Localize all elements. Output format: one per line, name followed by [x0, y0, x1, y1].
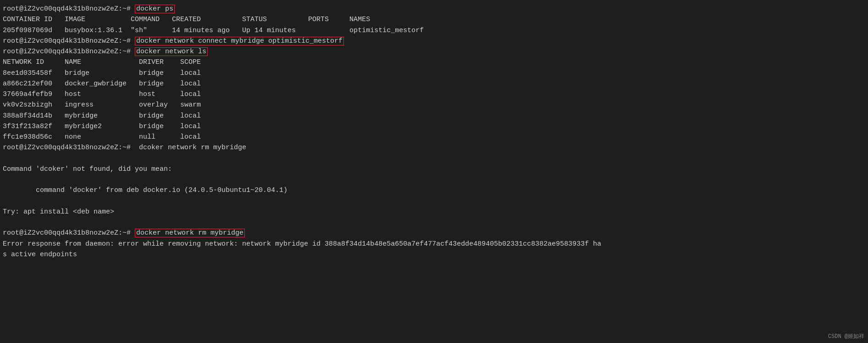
terminal-line: a866c212ef00 docker_gwbridge bridge loca… [2, 79, 866, 89]
highlighted-command: docker network ls [135, 47, 208, 56]
terminal-line: CONTAINER ID IMAGE COMMAND CREATED STATU… [2, 14, 866, 25]
terminal-line: root@iZ2vc00qqd4k31b8nozw2eZ:~# docker n… [2, 228, 866, 238]
terminal-line: 8ee1d035458f bridge bridge local [2, 68, 866, 79]
terminal-window: root@iZ2vc00qqd4k31b8nozw2eZ:~# docker p… [0, 0, 868, 343]
terminal-line: NETWORK ID NAME DRIVER SCOPE [2, 57, 866, 67]
terminal-line [2, 174, 866, 185]
terminal-line: command 'docker' from deb docker.io (24.… [2, 185, 866, 196]
terminal-line [2, 153, 866, 164]
highlighted-command: docker ps [135, 5, 175, 13]
prompt-text: root@iZ2vc00qqd4k31b8nozw2eZ:~# [3, 229, 135, 237]
terminal-line: Try: apt install <deb name> [2, 207, 866, 217]
terminal-line: root@iZ2vc00qqd4k31b8nozw2eZ:~# docker p… [2, 4, 866, 14]
terminal-line: 205f0987069d busybox:1.36.1 "sh" 14 minu… [2, 25, 866, 36]
highlighted-command: docker network connect mybridge optimist… [135, 37, 344, 45]
command-text: dcoker network rm mybridge [135, 144, 246, 152]
terminal-line: root@iZ2vc00qqd4k31b8nozw2eZ:~# docker n… [2, 36, 866, 46]
terminal-line: root@iZ2vc00qqd4k31b8nozw2eZ:~# docker n… [2, 46, 866, 57]
terminal-line: 3f31f213a82f mybridge2 bridge local [2, 121, 866, 132]
terminal-line: s active endpoints [2, 249, 866, 260]
terminal-line: Command 'dcoker' not found, did you mean… [2, 164, 866, 174]
terminal-line: 388a8f34d14b mybridge bridge local [2, 111, 866, 121]
prompt-text: root@iZ2vc00qqd4k31b8nozw2eZ:~# [3, 37, 135, 45]
watermark-text: CSDN @姬如祥 [828, 332, 864, 341]
prompt-text: root@iZ2vc00qqd4k31b8nozw2eZ:~# [3, 48, 135, 56]
terminal-line [2, 196, 866, 207]
terminal-line: ffc1e938d56c none null local [2, 132, 866, 142]
terminal-line: vk0v2szbizgh ingress overlay swarm [2, 100, 866, 110]
prompt-text: root@iZ2vc00qqd4k31b8nozw2eZ:~# [3, 144, 135, 152]
terminal-line: root@iZ2vc00qqd4k31b8nozw2eZ:~# dcoker n… [2, 142, 866, 153]
terminal-line: Error response from daemon: error while … [2, 239, 866, 249]
terminal-line [2, 217, 866, 228]
highlighted-command: docker network rm mybridge [135, 229, 245, 237]
prompt-text: root@iZ2vc00qqd4k31b8nozw2eZ:~# [3, 5, 135, 13]
terminal-line: 37669a4fefb9 host host local [2, 89, 866, 100]
